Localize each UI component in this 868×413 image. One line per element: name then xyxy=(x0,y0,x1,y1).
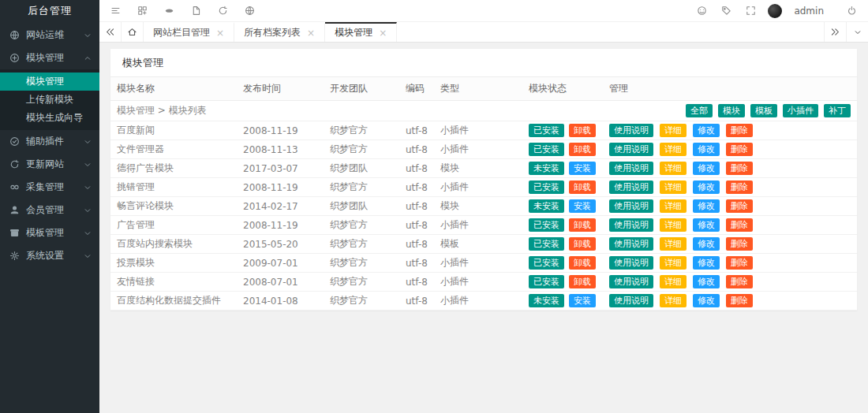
detail-button[interactable]: 详细 xyxy=(660,199,687,213)
edit-button[interactable]: 修改 xyxy=(693,256,720,270)
uninstall-button[interactable]: 卸载 xyxy=(569,275,596,288)
tabs-scroll-right-button[interactable] xyxy=(824,22,846,42)
sidebar-item-label: 更新网站 xyxy=(26,158,64,171)
tab-close-icon[interactable]: × xyxy=(307,28,315,38)
uninstall-button[interactable]: 卸载 xyxy=(569,256,596,270)
usage-guide-button[interactable]: 使用说明 xyxy=(609,180,653,194)
edit-button[interactable]: 修改 xyxy=(693,237,720,251)
sidebar-item-site-operations[interactable]: 网站运维 xyxy=(0,24,99,47)
sidebar-subitem-upload-new-module[interactable]: 上传新模块 xyxy=(0,91,99,109)
detail-button[interactable]: 详细 xyxy=(660,124,687,137)
edit-button[interactable]: 修改 xyxy=(693,199,720,213)
refresh-icon xyxy=(9,159,20,169)
sidebar-subitem-module-wizard[interactable]: 模块生成向导 xyxy=(0,109,99,127)
globe-icon[interactable] xyxy=(245,6,255,16)
uninstall-button[interactable]: 卸载 xyxy=(569,124,596,137)
usage-guide-button[interactable]: 使用说明 xyxy=(609,143,653,156)
sidebar-item-template-manage[interactable]: 模板管理 xyxy=(0,221,99,244)
chevron-down-icon xyxy=(84,184,92,192)
encoding-cell: utf-8 xyxy=(399,159,434,178)
home-tab-button[interactable] xyxy=(122,22,144,42)
manage-cell: 使用说明详细修改删除 xyxy=(603,292,857,311)
usage-guide-button[interactable]: 使用说明 xyxy=(609,218,653,232)
refresh-icon[interactable] xyxy=(218,6,228,16)
delete-button[interactable]: 删除 xyxy=(726,143,753,156)
install-button[interactable]: 安装 xyxy=(569,294,596,307)
filter-button-template[interactable]: 模板 xyxy=(750,104,777,117)
filter-button-all[interactable]: 全部 xyxy=(686,104,713,117)
uninstall-button[interactable]: 卸载 xyxy=(569,180,596,194)
edit-button[interactable]: 修改 xyxy=(693,275,720,288)
sidebar-item-system-settings[interactable]: 系统设置 xyxy=(0,244,99,267)
usage-guide-button[interactable]: 使用说明 xyxy=(609,294,653,307)
sidebar-item-member-manage[interactable]: 会员管理 xyxy=(0,199,99,221)
edit-button[interactable]: 修改 xyxy=(693,143,720,156)
detail-button[interactable]: 详细 xyxy=(660,256,687,270)
delete-button[interactable]: 删除 xyxy=(726,237,753,251)
detail-button[interactable]: 详细 xyxy=(660,162,687,175)
status-cell: 已安装卸载 xyxy=(522,235,603,254)
edit-button[interactable]: 修改 xyxy=(693,294,720,307)
usage-guide-button[interactable]: 使用说明 xyxy=(609,256,653,270)
usage-guide-button[interactable]: 使用说明 xyxy=(609,275,653,288)
filter-button-module[interactable]: 模块 xyxy=(718,104,745,117)
detail-button[interactable]: 详细 xyxy=(660,237,687,251)
detail-button[interactable]: 详细 xyxy=(660,275,687,288)
tabs-menu-button[interactable] xyxy=(846,22,868,42)
sidebar-subitem-module-list[interactable]: 模块管理 xyxy=(0,73,99,91)
palette-icon[interactable] xyxy=(697,6,707,16)
delete-button[interactable]: 删除 xyxy=(726,162,753,175)
dev-team-cell: 织梦官方 xyxy=(324,121,399,140)
tab-close-icon[interactable]: × xyxy=(216,28,224,38)
delete-button[interactable]: 删除 xyxy=(726,180,753,194)
detail-button[interactable]: 详细 xyxy=(660,294,687,307)
uninstall-button[interactable]: 卸载 xyxy=(569,237,596,251)
install-button[interactable]: 安装 xyxy=(569,162,596,175)
edit-button[interactable]: 修改 xyxy=(693,180,720,194)
delete-button[interactable]: 删除 xyxy=(726,199,753,213)
uninstall-button[interactable]: 卸载 xyxy=(569,218,596,232)
delete-button[interactable]: 删除 xyxy=(726,256,753,270)
usage-guide-button[interactable]: 使用说明 xyxy=(609,124,653,137)
tab-site-column-manage[interactable]: 网站栏目管理× xyxy=(144,22,234,42)
fullscreen-icon[interactable] xyxy=(746,6,756,16)
app-root: 后台管理 网站运维模块管理模块管理上传新模块模块生成向导辅助插件更新网站采集管理… xyxy=(0,0,868,413)
detail-button[interactable]: 详细 xyxy=(660,218,687,232)
usage-guide-button[interactable]: 使用说明 xyxy=(609,162,653,175)
gear-icon xyxy=(9,251,20,261)
column-header: 发布时间 xyxy=(237,77,324,101)
filter-button-plugin[interactable]: 小插件 xyxy=(783,104,818,117)
breadcrumb-cell: 模块管理 > 模块列表全部模块模板小插件补丁 xyxy=(110,101,857,121)
user-menu[interactable]: admin xyxy=(794,6,835,17)
delete-button[interactable]: 删除 xyxy=(726,124,753,137)
edit-button[interactable]: 修改 xyxy=(693,218,720,232)
sidebar-item-collect-manage[interactable]: 采集管理 xyxy=(0,176,99,199)
menu-toggle-icon[interactable] xyxy=(110,6,121,16)
chevron-down-icon xyxy=(84,252,92,260)
filter-button-patch[interactable]: 补丁 xyxy=(824,104,851,117)
power-icon[interactable] xyxy=(847,6,857,16)
edit-button[interactable]: 修改 xyxy=(693,124,720,137)
tab-all-archives-list[interactable]: 所有档案列表× xyxy=(234,22,325,42)
usage-guide-button[interactable]: 使用说明 xyxy=(609,199,653,213)
edit-button[interactable]: 修改 xyxy=(693,162,720,175)
sidebar-item-module-manage[interactable]: 模块管理 xyxy=(0,47,99,69)
delete-button[interactable]: 删除 xyxy=(726,275,753,288)
tag-icon[interactable] xyxy=(721,6,731,16)
grid-add-icon[interactable] xyxy=(137,6,148,16)
delete-button[interactable]: 删除 xyxy=(726,294,753,307)
file-icon[interactable] xyxy=(191,6,201,16)
delete-button[interactable]: 删除 xyxy=(726,218,753,232)
tab-close-icon[interactable]: × xyxy=(379,28,387,38)
install-button[interactable]: 安装 xyxy=(569,199,596,213)
detail-button[interactable]: 详细 xyxy=(660,143,687,156)
detail-button[interactable]: 详细 xyxy=(660,180,687,194)
eye-icon[interactable] xyxy=(164,6,174,16)
tabs-scroll-left-button[interactable] xyxy=(99,22,122,42)
uninstall-button[interactable]: 卸载 xyxy=(569,143,596,156)
tab-module-manage[interactable]: 模块管理× xyxy=(325,22,397,42)
sidebar-item-site-update[interactable]: 更新网站 xyxy=(0,153,99,176)
sidebar-item-plugin-assist[interactable]: 辅助插件 xyxy=(0,130,99,153)
avatar[interactable] xyxy=(768,4,782,18)
usage-guide-button[interactable]: 使用说明 xyxy=(609,237,653,251)
